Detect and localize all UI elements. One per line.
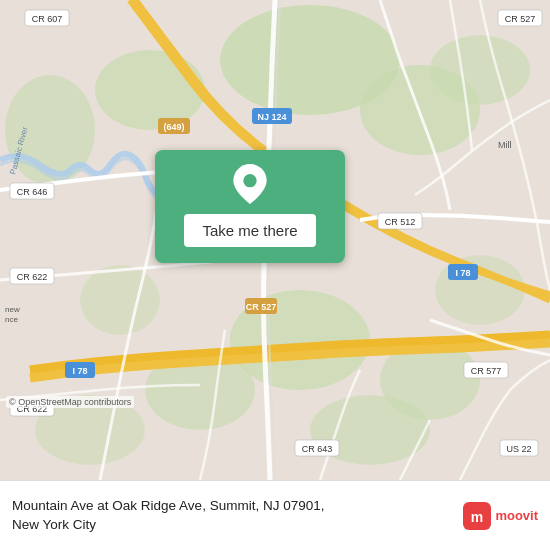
- label-cr607: CR 607: [32, 14, 63, 24]
- map-container: CR 607 CR 527 NJ 124 (649) CR 646 CR 512…: [0, 0, 550, 480]
- osm-attribution: © OpenStreetMap contributors: [6, 396, 134, 408]
- label-cr646: CR 646: [17, 187, 48, 197]
- svg-text:m: m: [471, 509, 483, 525]
- map-card: Take me there: [155, 150, 345, 263]
- label-nj124: NJ 124: [257, 112, 286, 122]
- label-us22: US 22: [506, 444, 531, 454]
- moovit-icon: m: [463, 502, 491, 530]
- label-cr577: CR 577: [471, 366, 502, 376]
- svg-point-9: [80, 265, 160, 335]
- label-cr643: CR 643: [302, 444, 333, 454]
- label-mill: Mill: [498, 140, 512, 150]
- label-649: (649): [163, 122, 184, 132]
- svg-point-4: [95, 50, 205, 130]
- label-527-mid: CR 527: [246, 302, 277, 312]
- info-bar: Mountain Ave at Oak Ridge Ave, Summit, N…: [0, 480, 550, 550]
- take-me-there-button[interactable]: Take me there: [184, 214, 315, 247]
- label-nce: nce: [5, 315, 18, 324]
- moovit-logo: m moovit: [463, 502, 538, 530]
- svg-point-27: [243, 174, 256, 187]
- label-i78-right: I 78: [455, 268, 470, 278]
- label-cr527-top: CR 527: [505, 14, 536, 24]
- label-new: new: [5, 305, 20, 314]
- label-cr622-top: CR 622: [17, 272, 48, 282]
- location-pin-icon: [230, 164, 270, 204]
- moovit-text: moovit: [495, 508, 538, 523]
- address-text: Mountain Ave at Oak Ridge Ave, Summit, N…: [12, 497, 453, 535]
- label-i78-left: I 78: [72, 366, 87, 376]
- svg-point-3: [430, 35, 530, 105]
- label-cr512: CR 512: [385, 217, 416, 227]
